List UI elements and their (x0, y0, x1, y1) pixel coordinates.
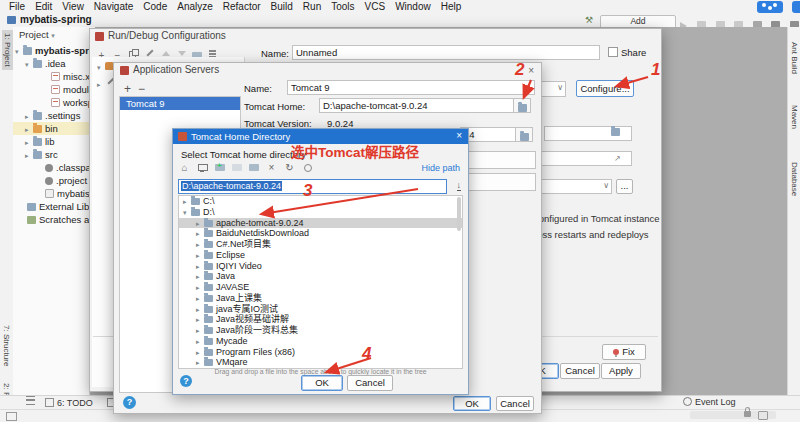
browse-base-directory-button[interactable] (515, 127, 533, 142)
file-tree-row[interactable]: Program Files (x86) (179, 347, 462, 358)
chevron-down-icon[interactable] (97, 61, 105, 74)
project-tree-row[interactable]: mybatis-sprin (13, 187, 89, 200)
chevron-right-icon[interactable] (196, 337, 204, 347)
project-tree-row[interactable]: .classpath (13, 161, 89, 174)
menu-analyze[interactable]: Analyze (172, 1, 218, 12)
find-folder-icon[interactable] (249, 164, 259, 171)
close-icon[interactable]: × (456, 131, 462, 141)
menu-file[interactable]: File (4, 1, 30, 12)
server-list-item[interactable]: Tomcat 9 (120, 97, 240, 110)
share-checkbox[interactable] (608, 47, 618, 57)
chevron-right-icon[interactable] (25, 149, 33, 162)
chevron-right-icon[interactable] (196, 348, 204, 358)
scrollbar-thumb[interactable] (457, 197, 461, 231)
project-tree-row[interactable]: Scratches and Co (13, 213, 89, 226)
project-tree-row[interactable]: lib (13, 135, 89, 148)
chevron-right-icon[interactable] (196, 315, 204, 325)
more-options-button[interactable]: ... (616, 179, 633, 194)
chevron-right-icon[interactable] (196, 251, 204, 261)
menu-tools[interactable]: Tools (326, 1, 359, 12)
menu-build[interactable]: Build (266, 1, 298, 12)
chevron-right-icon[interactable] (183, 197, 191, 207)
lock-icon[interactable] (744, 411, 751, 417)
file-tree-row[interactable]: C:\ (179, 196, 462, 207)
menu-window[interactable]: Window (390, 1, 436, 12)
chevron-right-icon[interactable] (196, 219, 204, 229)
chevron-down-icon[interactable] (183, 208, 191, 218)
ok-button[interactable]: OK (453, 396, 491, 411)
menu-code[interactable]: Code (138, 1, 172, 12)
chevron-right-icon[interactable] (196, 272, 204, 282)
build-hammer-icon[interactable]: ⚒ (585, 15, 595, 26)
project-panel-header[interactable]: Project (13, 27, 95, 43)
tomcat-home-input[interactable]: D:\apache-tomcat-9.0.24 (319, 98, 517, 113)
menu-edit[interactable]: Edit (30, 1, 57, 12)
chevron-down-icon[interactable] (15, 45, 23, 58)
chevron-right-icon[interactable] (97, 78, 105, 91)
sidebar-tab-ant-build[interactable]: Ant Build (790, 42, 799, 74)
file-tree-row[interactable]: Java (179, 271, 462, 282)
add-icon[interactable]: + (124, 83, 131, 95)
cancel-button[interactable]: Cancel (496, 396, 534, 411)
restore-window-icon[interactable] (6, 412, 17, 421)
new-folder-icon[interactable] (215, 164, 225, 171)
menu-run[interactable]: Run (298, 1, 326, 12)
sidebar-tab-maven[interactable]: Maven (790, 105, 799, 129)
expand-icon[interactable]: ↗ (614, 154, 621, 163)
chevron-right-icon[interactable] (196, 358, 204, 368)
home-icon[interactable]: ⌂ (179, 162, 190, 173)
apply-button[interactable]: Apply (601, 363, 641, 379)
menu-view[interactable]: View (57, 1, 89, 12)
path-input[interactable]: D:\apache-tomcat-9.0.24 (178, 179, 447, 194)
save-path-icon[interactable]: ↓ (457, 180, 462, 191)
file-tree-row[interactable]: BaiduNetdiskDownload (179, 228, 462, 239)
desktop-icon[interactable] (197, 162, 208, 173)
indent-indicator-icon[interactable] (758, 411, 768, 420)
chevron-right-icon[interactable] (196, 229, 204, 239)
file-tree-row[interactable]: Mycade (179, 336, 462, 347)
project-tree-row[interactable]: mybatis-spring (13, 44, 89, 57)
project-tree-row[interactable]: .settings (13, 109, 89, 122)
base-directory-field-partial[interactable]: 24 (460, 127, 520, 142)
project-tree-row[interactable]: .project (13, 174, 89, 187)
project-tree-row[interactable]: bin (13, 122, 89, 135)
cancel-button[interactable]: Cancel (560, 363, 600, 379)
file-tree-row[interactable]: Java上课集 (179, 293, 462, 304)
chevron-right-icon[interactable] (196, 326, 204, 336)
file-tree-row[interactable]: JAVASE (179, 282, 462, 293)
menu-navigate[interactable]: Navigate (89, 1, 138, 12)
name-input[interactable]: Tomcat 9 (287, 80, 535, 95)
menu-refactor[interactable]: Refactor (218, 1, 266, 12)
file-tree-row[interactable]: Eclipse (179, 250, 462, 261)
sidebar-tab-project[interactable]: 1: Project (2, 30, 13, 70)
chevron-right-icon[interactable] (196, 240, 204, 250)
chevron-right-icon[interactable] (196, 294, 204, 304)
sidebar-tab-structure[interactable]: 7: Structure (2, 325, 11, 366)
sidebar-tab-database[interactable]: Database (790, 162, 799, 196)
chevron-down-icon[interactable] (25, 58, 33, 71)
project-tree-row[interactable]: modules.x (13, 83, 89, 96)
project-tree-row[interactable]: .idea (13, 57, 89, 70)
file-tree-row[interactable]: java专属IO测试 (179, 304, 462, 315)
refresh-icon[interactable]: ↻ (284, 162, 295, 173)
delete-icon[interactable]: × (266, 162, 277, 173)
name-input[interactable]: Unnamed (292, 45, 600, 60)
browse-folder-icon[interactable] (611, 128, 620, 136)
remove-icon[interactable]: − (138, 83, 145, 95)
file-tree-row[interactable]: Java视频基础讲解 (179, 314, 462, 325)
bottom-tab-6-todo[interactable]: 6: TODO (45, 398, 93, 408)
browse-tomcat-home-button[interactable] (513, 98, 531, 113)
file-tree-row[interactable]: Java阶段一资料总集 (179, 325, 462, 336)
menu-vcs[interactable]: VCS (360, 1, 391, 12)
file-tree-row[interactable]: D:\ (179, 207, 462, 218)
help-button[interactable]: ? (180, 375, 192, 387)
help-button[interactable]: ? (123, 396, 136, 409)
close-icon[interactable]: × (528, 66, 534, 76)
file-tree-row[interactable]: VMqare (179, 357, 462, 368)
chevron-right-icon[interactable] (196, 305, 204, 315)
hamburger-icon[interactable] (26, 396, 35, 405)
chevron-right-icon[interactable] (196, 262, 204, 272)
chevron-down-icon[interactable] (51, 28, 59, 44)
file-tree-row[interactable]: IQIYI Video (179, 261, 462, 272)
browser-select[interactable] (536, 179, 612, 194)
